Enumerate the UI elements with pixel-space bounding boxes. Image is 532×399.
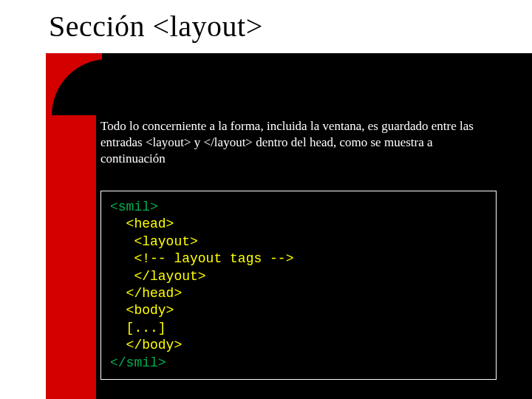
code-line: </layout> xyxy=(110,269,206,284)
code-line: [...] xyxy=(110,321,166,335)
code-example-box: <smil> <head> <layout> <!-- layout tags … xyxy=(100,191,497,380)
code-line: </body> xyxy=(110,338,182,352)
code-line: </smil> xyxy=(110,355,166,370)
code-line: <layout> xyxy=(110,234,198,249)
code-line: <!-- layout tags --> xyxy=(110,251,293,266)
slide-title: Sección <layout> xyxy=(49,9,263,44)
code-line: <smil> xyxy=(110,200,158,214)
description-text: Todo lo concerniente a la forma, incluid… xyxy=(100,118,499,166)
left-strip xyxy=(0,0,46,399)
code-line: <body> xyxy=(110,303,174,318)
code-line: </head> xyxy=(110,286,182,301)
slide: Sección <layout> Todo lo concerniente a … xyxy=(0,0,532,399)
code-line: <head> xyxy=(110,216,174,231)
